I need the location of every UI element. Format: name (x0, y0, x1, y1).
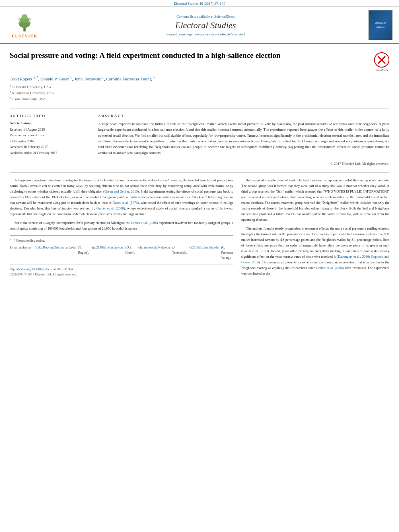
cover-journal-name2: Studies (375, 25, 386, 29)
online-date: Available online 21 February 2017 (10, 150, 90, 156)
author-young: Carolina Ferrerosa Young b (106, 76, 154, 81)
main-content: Social pressure and voting: A field expe… (0, 44, 399, 286)
footnote-emails-text: Todd_Rogers@hks.harvard.edu (35, 245, 76, 261)
svg-point-7 (29, 18, 31, 20)
footnote-corresponding: * * Corresponding author. (10, 238, 233, 243)
author-rogers: Todd Rogers a, * (10, 76, 38, 81)
elsevier-tree-icon (10, 12, 39, 33)
footnote-green-email: dpg2110@columbia.edu (91, 245, 123, 261)
footnote-young-email: cf2517@columbia.edu (189, 245, 219, 261)
doi-section: http://dx.doi.org/10.1016/j.electstud.20… (10, 265, 233, 277)
doi-link[interactable]: http://dx.doi.org/10.1016/j.electstud.20… (10, 267, 233, 272)
svg-point-3 (22, 14, 28, 19)
copyright-line: © 2017 Elsevier Ltd. All rights reserved… (98, 159, 389, 166)
body-right-col: that received a single piece of mail. Th… (241, 177, 389, 279)
received-date: Received 14 August 2015 (10, 127, 90, 132)
article-info-label: ARTICLE INFO (10, 114, 90, 118)
body-section: A burgeoning academic literature investi… (10, 172, 389, 279)
article-history-label: Article history: (10, 121, 90, 125)
affiliation-a: a a Harvard University, USA (10, 84, 389, 90)
affiliations: a a Harvard University, USA b b Columbia… (10, 84, 389, 102)
article-info-panel: ARTICLE INFO Article history: Received 1… (10, 114, 90, 166)
homepage-link[interactable]: www.elsevier.com/locate/electstud (194, 32, 245, 36)
article-info-abstract-section: ARTICLE INFO Article history: Received 1… (10, 109, 389, 166)
affiliation-b: b b Columbia University, USA (10, 90, 389, 96)
journal-cover-image: Electoral Studies (368, 10, 393, 40)
footnote-green-name: (D.P. Green), (125, 245, 135, 261)
journal-name: Electoral Studies (47, 20, 364, 31)
author-ternovski: John Ternovski c (74, 76, 104, 81)
journal-header: ELSEVIER Contents lists available at Sci… (0, 7, 399, 44)
contents-available: Contents lists available at ScienceDirec… (47, 14, 364, 18)
authors-line: Todd Rogers a, *, Donald P. Green b, Joh… (10, 76, 389, 81)
revised-label: Received in revised form (10, 132, 90, 138)
crossmark-icon (374, 52, 389, 68)
article-title: Social pressure and voting: A field expe… (10, 51, 369, 61)
footnote-ternovski-name: (J. Ternovski), (172, 245, 187, 261)
journal-homepage: journal homepage: www.elsevier.com/locat… (47, 32, 364, 36)
footnote-star: * (10, 238, 11, 243)
body-right-para-2: The authors found a steady progression i… (241, 226, 389, 276)
accepted-date: Accepted 16 February 2017 (10, 144, 90, 150)
abstract-label: ABSTRACT (98, 114, 389, 118)
body-left-col: A burgeoning academic literature investi… (10, 177, 233, 279)
journal-citation: Electoral Studies 46 (2017) 87–100 (174, 2, 225, 6)
abstract-text: A large-scale experiment assessed the tu… (98, 121, 389, 156)
svg-point-6 (19, 18, 20, 20)
body-para-2: Set in the context of a largely uncompet… (10, 220, 233, 231)
svg-point-4 (19, 21, 21, 23)
footnote-rogers-name: (T. Rogers), (78, 245, 89, 261)
abstract-panel: ABSTRACT A large-scale experiment assess… (98, 114, 389, 166)
elsevier-logo: ELSEVIER (6, 12, 43, 38)
body-para-1: A burgeoning academic literature investi… (10, 177, 233, 217)
revised-date: 3 December 2016 (10, 138, 90, 144)
body-two-col: A burgeoning academic literature investi… (10, 177, 389, 279)
affiliation-c: c c Yale University, USA (10, 96, 389, 102)
author-green: Donald P. Green b (40, 76, 72, 81)
footnote-ternovski-email: john.ternovski@yale.edu (138, 245, 170, 261)
body-right-para-1: that received a single piece of mail. Th… (241, 177, 389, 222)
issn-line: 0261-3794/© 2017 Elsevier Ltd. All right… (10, 272, 233, 277)
footnote-young-name: (C. Ferrerosa Young). (221, 245, 233, 261)
crossmark-label: CrossMark (374, 68, 389, 72)
footnote-section: * * Corresponding author. E-mail address… (10, 235, 233, 261)
journal-citation-bar: Electoral Studies 46 (2017) 87–100 (0, 0, 399, 7)
elsevier-name: ELSEVIER (12, 33, 37, 38)
footnote-email-label: E-mail addresses: (10, 245, 33, 261)
journal-center: Contents lists available at ScienceDirec… (47, 14, 364, 36)
cover-journal-name: Electoral (375, 21, 386, 25)
sciencedirect-link[interactable]: ScienceDirect (214, 14, 234, 18)
svg-point-5 (28, 21, 30, 23)
footnote-corresponding-text: * Corresponding author. (14, 238, 45, 243)
footnote-emails: E-mail addresses: Todd_Rogers@hks.harvar… (10, 245, 233, 261)
